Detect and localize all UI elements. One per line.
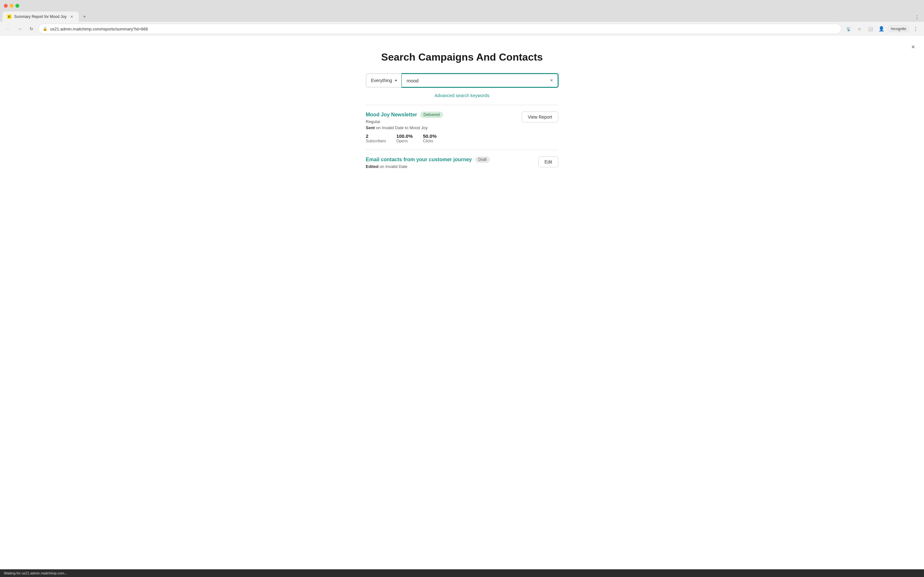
result-action-1: View Report [522, 111, 558, 122]
search-input-wrapper: × [402, 73, 558, 87]
meta-label-2: Edited [366, 164, 379, 169]
cast-icon[interactable]: 📡 [844, 24, 853, 33]
browser-menu-button[interactable]: ⋮ [911, 24, 920, 33]
nav-right-icons: 📡 ☆ ⬜ 👤 Incognito ⋮ [844, 24, 920, 33]
filter-label: Everything [371, 78, 392, 83]
chevron-down-icon [395, 80, 397, 81]
forward-button[interactable]: → [15, 24, 24, 33]
new-tab-button[interactable]: + [80, 12, 89, 21]
search-container: Search Campaigns And Contacts Everything… [359, 36, 565, 191]
result-title-2[interactable]: Email contacts from your customer journe… [366, 157, 472, 163]
browser-tab[interactable]: C Summary Report for Mood Joy ✕ [3, 11, 79, 22]
browser-chrome: C Summary Report for Mood Joy ✕ + ⋮ ← → … [0, 0, 924, 36]
extensions-icon[interactable]: ⬜ [866, 24, 875, 33]
result-meta-2: Edited on Invalid Date [366, 164, 533, 169]
title-bar [0, 0, 924, 11]
tab-title: Summary Report for Mood Joy [14, 15, 66, 19]
status-badge-draft: Draft [475, 156, 490, 163]
result-item-2: Email contacts from your customer journe… [366, 150, 558, 179]
stat-value-opens: 100.0% [396, 133, 413, 139]
minimize-window-button[interactable] [10, 4, 13, 8]
close-window-button[interactable] [4, 4, 8, 8]
status-bar-text: Waiting for us21.admin.mailchimp.com... [4, 571, 67, 575]
bookmark-icon[interactable]: ☆ [855, 24, 864, 33]
advanced-search-anchor[interactable]: Advanced search keywords [435, 93, 489, 98]
stat-clicks: 50.0% Clicks [423, 133, 437, 143]
result-title-row-2: Email contacts from your customer journe… [366, 156, 533, 163]
back-button[interactable]: ← [4, 24, 13, 33]
close-modal-button[interactable]: × [909, 42, 918, 51]
stat-value-clicks: 50.0% [423, 133, 437, 139]
stat-label-subscribers: Subscribers [366, 139, 386, 143]
result-meta-1: Sent on Invalid Date to Mood Joy [366, 125, 517, 130]
stat-value-subscribers: 2 [366, 133, 386, 139]
meta-label-1: Sent [366, 125, 375, 130]
tab-bar: C Summary Report for Mood Joy ✕ + ⋮ [0, 11, 924, 22]
search-title: Search Campaigns And Contacts [366, 51, 558, 63]
search-input-row: Everything × [366, 73, 558, 87]
address-bar[interactable]: 🔒 us21.admin.mailchimp.com/reports/summa… [39, 24, 842, 34]
result-action-2: Edit [538, 156, 558, 167]
search-clear-button[interactable]: × [548, 77, 555, 84]
main-content: × Search Campaigns And Contacts Everythi… [0, 36, 924, 569]
result-title-1[interactable]: Mood Joy Newsletter [366, 112, 417, 118]
result-info-1: Mood Joy Newsletter Delivered Regular Se… [366, 111, 517, 143]
result-item-1: Mood Joy Newsletter Delivered Regular Se… [366, 105, 558, 150]
tab-close-button[interactable]: ✕ [69, 14, 74, 19]
reload-button[interactable]: ↻ [27, 24, 36, 33]
meta-text-2: on Invalid Date [379, 164, 407, 169]
status-bar: Waiting for us21.admin.mailchimp.com... [0, 569, 924, 577]
result-type-1: Regular [366, 119, 517, 124]
tab-right-controls: ⋮ [913, 13, 921, 22]
url-text: us21.admin.mailchimp.com/reports/summary… [50, 27, 837, 31]
result-title-row-1: Mood Joy Newsletter Delivered [366, 111, 517, 118]
filter-dropdown[interactable]: Everything [366, 73, 402, 87]
advanced-search-link: Advanced search keywords [366, 93, 558, 98]
stat-opens: 100.0% Opens [396, 133, 413, 143]
maximize-window-button[interactable] [15, 4, 19, 8]
incognito-badge[interactable]: Incognito [888, 26, 909, 32]
edit-button[interactable]: Edit [538, 156, 558, 167]
incognito-label: Incognito [891, 27, 906, 31]
tab-favicon: C [7, 15, 11, 19]
stat-subscribers: 2 Subscribers [366, 133, 386, 143]
account-icon[interactable]: 👤 [877, 24, 886, 33]
status-badge-delivered: Delivered [420, 111, 443, 118]
window-controls [4, 4, 19, 8]
tab-search-button[interactable]: ⋮ [913, 13, 921, 22]
result-info-2: Email contacts from your customer journe… [366, 156, 533, 172]
lock-icon: 🔒 [43, 27, 47, 31]
search-input[interactable] [402, 73, 558, 87]
view-report-button[interactable]: View Report [522, 111, 558, 122]
stat-label-opens: Opens [396, 139, 413, 143]
navigation-bar: ← → ↻ 🔒 us21.admin.mailchimp.com/reports… [0, 22, 924, 36]
stat-label-clicks: Clicks [423, 139, 437, 143]
result-stats-1: 2 Subscribers 100.0% Opens 50.0% Clicks [366, 133, 517, 143]
meta-text-1: on Invalid Date to Mood Joy [375, 125, 428, 130]
